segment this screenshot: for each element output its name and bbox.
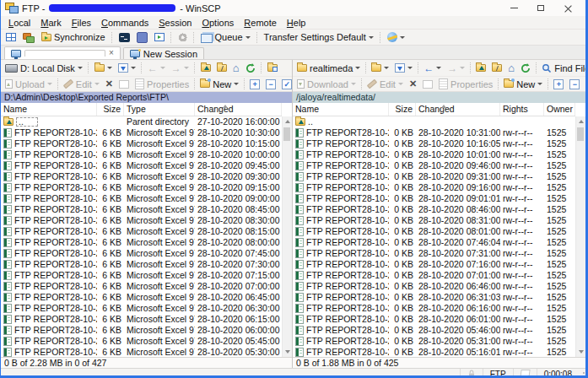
- local-refresh-button[interactable]: [243, 62, 258, 75]
- parent-directory-row[interactable]: .. Parent directory 27-10-2020 16:00:00: [1, 116, 282, 127]
- session-tab-active[interactable]: ×: [4, 46, 121, 59]
- file-row[interactable]: FTP REPORT28-10-20... 0 KB 28-10-2020 05…: [293, 347, 575, 357]
- column-header-type[interactable]: Type: [124, 103, 195, 116]
- encryption-status[interactable]: [460, 369, 483, 378]
- remote-path-bar[interactable]: /jaloya/realtimedata/: [293, 92, 585, 103]
- open-session-in-browser-button[interactable]: [385, 30, 407, 44]
- file-row[interactable]: FTP REPORT28-10-20... 0 KB 28-10-2020 08…: [293, 204, 575, 215]
- remote-new-button[interactable]: New: [501, 78, 545, 91]
- local-path-bar[interactable]: D:\Admin\Desktop\Exported Reports\FTP\: [1, 92, 292, 103]
- scroll-thumb[interactable]: [577, 127, 584, 141]
- file-row[interactable]: FTP REPORT28-10-20... 6 KB Microsoft Exc…: [1, 171, 282, 182]
- open-console-button[interactable]: [116, 30, 132, 44]
- remote-directory-combo[interactable]: realtimeda: [294, 62, 363, 75]
- file-row[interactable]: FTP REPORT28-10-20... 0 KB 28-10-2020 09…: [293, 160, 575, 171]
- resize-grip-icon[interactable]: [579, 369, 585, 378]
- remote-root-directory-button[interactable]: [489, 62, 504, 75]
- remote-edit-button[interactable]: Edit: [364, 78, 406, 91]
- file-row[interactable]: FTP REPORT28-10-20... 6 KB Microsoft Exc…: [1, 314, 282, 325]
- remote-properties-button[interactable]: Properties: [436, 78, 495, 91]
- local-filter-button[interactable]: [116, 62, 138, 75]
- remote-home-directory-button[interactable]: ⌂: [505, 62, 517, 75]
- menu-commands[interactable]: Commands: [96, 18, 154, 28]
- file-row[interactable]: FTP REPORT28-10-20... 6 KB Microsoft Exc…: [1, 281, 282, 292]
- new-session-tab[interactable]: New Session: [123, 47, 204, 59]
- parent-directory-row[interactable]: ..: [293, 116, 575, 127]
- menu-options[interactable]: Options: [197, 18, 239, 28]
- file-row[interactable]: FTP REPORT28-10-20... 6 KB Microsoft Exc…: [1, 325, 282, 336]
- file-row[interactable]: FTP REPORT28-10-20... 6 KB Microsoft Exc…: [1, 160, 282, 171]
- file-row[interactable]: FTP REPORT28-10-20... 0 KB 28-10-2020 07…: [293, 248, 575, 259]
- scroll-thumb[interactable]: [283, 127, 290, 141]
- scrollbar[interactable]: [575, 116, 585, 357]
- remote-forward-button[interactable]: →: [445, 62, 467, 75]
- scroll-up-icon[interactable]: [576, 116, 585, 127]
- remote-parent-directory-button[interactable]: [473, 62, 488, 75]
- file-row[interactable]: FTP REPORT28-10-20... 0 KB 28-10-2020 07…: [293, 259, 575, 270]
- compare-directories-button[interactable]: [20, 30, 37, 44]
- file-row[interactable]: FTP REPORT28-10-20... 6 KB Microsoft Exc…: [1, 237, 282, 248]
- toggle-layout-button[interactable]: [3, 30, 19, 44]
- local-root-directory-button[interactable]: [214, 62, 229, 75]
- synchronize-browsing-button[interactable]: [152, 30, 167, 44]
- file-row[interactable]: FTP REPORT28-10-20... 6 KB Microsoft Exc…: [1, 149, 282, 160]
- menu-mark[interactable]: Mark: [35, 18, 66, 28]
- file-row[interactable]: FTP REPORT28-10-20... 0 KB 28-10-2020 05…: [293, 325, 575, 336]
- file-row[interactable]: FTP REPORT28-10-20... 0 KB 28-10-2020 08…: [293, 226, 575, 237]
- remote-filter-button[interactable]: [392, 62, 415, 75]
- column-header-name[interactable]: Name: [1, 103, 97, 116]
- file-row[interactable]: FTP REPORT28-10-20... 6 KB Microsoft Exc…: [1, 347, 282, 357]
- remote-refresh-button[interactable]: [518, 62, 533, 75]
- file-row[interactable]: FTP REPORT28-10-20... 0 KB 28-10-2020 10…: [293, 138, 575, 149]
- column-header-size[interactable]: Size: [97, 103, 124, 116]
- file-row[interactable]: FTP REPORT28-10-20... 0 KB 28-10-2020 07…: [293, 237, 575, 248]
- file-row[interactable]: FTP REPORT28-10-20... 6 KB Microsoft Exc…: [1, 127, 282, 138]
- file-row[interactable]: FTP REPORT28-10-20... 6 KB Microsoft Exc…: [1, 182, 282, 193]
- local-back-button[interactable]: ←: [145, 62, 168, 75]
- remote-delete-button[interactable]: ✕: [407, 78, 419, 91]
- local-home-directory-button[interactable]: ⌂: [230, 62, 242, 75]
- menu-help[interactable]: Help: [282, 18, 311, 28]
- file-row[interactable]: FTP REPORT28-10-20... 0 KB 28-10-2020 06…: [293, 292, 575, 303]
- file-row[interactable]: FTP REPORT28-10-20... 6 KB Microsoft Exc…: [1, 303, 282, 314]
- new-button[interactable]: New: [197, 78, 241, 91]
- properties-button[interactable]: Properties: [132, 78, 192, 91]
- local-drive-combo[interactable]: D: Local Disk: [3, 62, 85, 75]
- maximize-button[interactable]: [527, 1, 554, 15]
- synchronize-button[interactable]: Synchronize: [39, 30, 108, 44]
- file-row[interactable]: FTP REPORT28-10-20... 0 KB 28-10-2020 06…: [293, 303, 575, 314]
- file-row[interactable]: FTP REPORT28-10-20... 6 KB Microsoft Exc…: [1, 138, 282, 149]
- column-header-size[interactable]: Size: [389, 103, 416, 116]
- file-row[interactable]: FTP REPORT28-10-20... 0 KB 28-10-2020 08…: [293, 215, 575, 226]
- file-row[interactable]: FTP REPORT28-10-20... 6 KB Microsoft Exc…: [1, 336, 282, 347]
- remote-back-button[interactable]: ←: [421, 62, 444, 75]
- scroll-down-icon[interactable]: [576, 347, 585, 357]
- transfer-settings-button[interactable]: Transfer Settings Default: [262, 30, 376, 44]
- menu-remote[interactable]: Remote: [239, 18, 282, 28]
- file-row[interactable]: FTP REPORT28-10-20... 0 KB 28-10-2020 10…: [293, 127, 575, 138]
- scroll-up-icon[interactable]: [283, 116, 292, 127]
- remote-open-directory-button[interactable]: [369, 62, 391, 75]
- file-row[interactable]: FTP REPORT28-10-20... 6 KB Microsoft Exc…: [1, 204, 282, 215]
- file-row[interactable]: FTP REPORT28-10-20... 0 KB 28-10-2020 07…: [293, 270, 575, 281]
- file-row[interactable]: FTP REPORT28-10-20... 0 KB 28-10-2020 09…: [293, 193, 575, 204]
- file-row[interactable]: FTP REPORT28-10-20... 6 KB Microsoft Exc…: [1, 270, 282, 281]
- column-header-rights[interactable]: Rights: [500, 103, 544, 116]
- local-forward-button[interactable]: →: [169, 62, 192, 75]
- upload-button[interactable]: Upload: [3, 78, 55, 91]
- file-row[interactable]: FTP REPORT28-10-20... 6 KB Microsoft Exc…: [1, 215, 282, 226]
- preferences-button[interactable]: [175, 30, 190, 44]
- file-row[interactable]: FTP REPORT28-10-20... 0 KB 28-10-2020 05…: [293, 336, 575, 347]
- column-header-owner[interactable]: Owner: [544, 103, 575, 116]
- minimize-button[interactable]: [500, 1, 527, 15]
- file-row[interactable]: FTP REPORT28-10-20... 0 KB 28-10-2020 06…: [293, 281, 575, 292]
- file-row[interactable]: FTP REPORT28-10-20... 6 KB Microsoft Exc…: [1, 292, 282, 303]
- queue-button[interactable]: Queue: [198, 30, 253, 44]
- column-header-changed[interactable]: Changed: [195, 103, 282, 116]
- download-button[interactable]: Download: [294, 78, 359, 91]
- scrollbar[interactable]: [282, 116, 292, 357]
- select-remove-button[interactable]: −: [263, 78, 278, 91]
- protocol-status[interactable]: FTP: [483, 369, 513, 378]
- scroll-down-icon[interactable]: [283, 347, 292, 357]
- rename-button[interactable]: [116, 78, 132, 91]
